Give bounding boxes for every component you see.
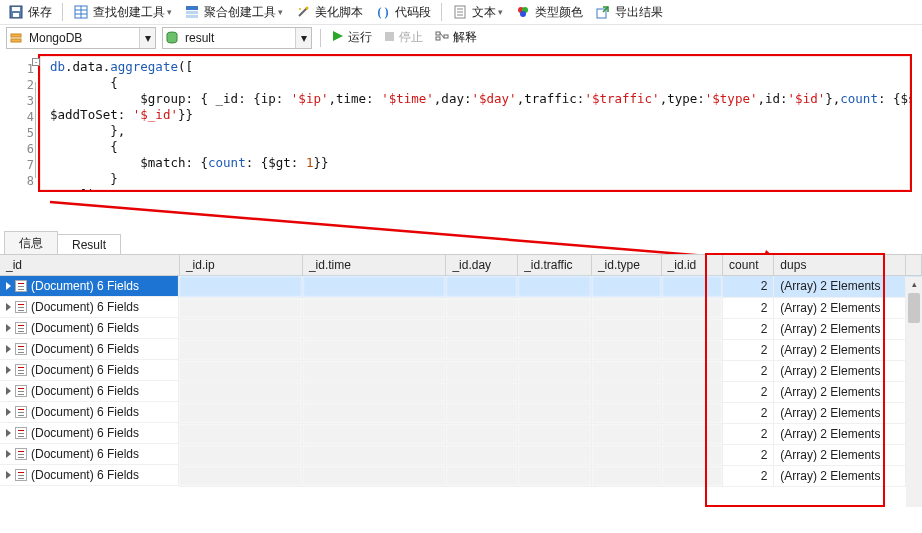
beautify-button[interactable]: 美化脚本 (291, 3, 367, 22)
blurred-cell (518, 465, 592, 486)
count-cell: 2 (723, 465, 774, 486)
dups-cell: (Array) 2 Elements (774, 444, 905, 465)
dropdown-icon[interactable]: ▾ (295, 28, 311, 48)
col-dups[interactable]: dups (774, 255, 905, 276)
fold-marker[interactable]: - (32, 58, 40, 66)
expand-icon[interactable] (6, 387, 11, 395)
table-row[interactable]: (Document) 6 Fields 2(Array) 2 Elements (0, 318, 922, 339)
explain-label: 解释 (453, 29, 477, 46)
code-editor[interactable]: db.data.aggregate([ { $group: { _id: {ip… (38, 54, 912, 192)
id-cell[interactable]: (Document) 6 Fields (0, 318, 179, 339)
db-combo-label: MongoDB (25, 31, 139, 45)
count-cell: 2 (723, 297, 774, 318)
type-color-button[interactable]: 类型颜色 (511, 3, 587, 22)
count-cell: 2 (723, 423, 774, 444)
separator (320, 29, 321, 47)
tab-result[interactable]: Result (57, 234, 121, 254)
svg-rect-7 (186, 6, 198, 10)
collection-combo[interactable]: result ▾ (162, 27, 312, 49)
table-row[interactable]: (Document) 6 Fields 2(Array) 2 Elements (0, 381, 922, 402)
table-row[interactable]: (Document) 6 Fields 2(Array) 2 Elements (0, 360, 922, 381)
col-id-traffic[interactable]: _id.traffic (518, 255, 592, 276)
col-id-ip[interactable]: _id.ip (179, 255, 302, 276)
id-cell[interactable]: (Document) 6 Fields (0, 444, 179, 465)
export-icon (595, 4, 611, 20)
line-num: 7 (10, 157, 34, 173)
find-create-button[interactable]: 查找创建工具 ▾ (69, 3, 176, 22)
svg-rect-8 (186, 11, 198, 14)
result-table[interactable]: _id _id.ip _id.time _id.day _id.traffic … (0, 255, 922, 487)
table-row[interactable]: (Document) 6 Fields 2(Array) 2 Elements (0, 339, 922, 360)
count-cell: 2 (723, 276, 774, 298)
col-count[interactable]: count (723, 255, 774, 276)
expand-icon[interactable] (6, 324, 11, 332)
dropdown-icon[interactable]: ▾ (139, 28, 155, 48)
col-id-id[interactable]: _id.id (661, 255, 723, 276)
expand-icon[interactable] (6, 345, 11, 353)
export-button[interactable]: 导出结果 (591, 3, 667, 22)
svg-rect-22 (11, 39, 21, 42)
run-button[interactable]: 运行 (329, 29, 375, 46)
result-tabs: 信息 Result (0, 232, 922, 254)
table-row[interactable]: (Document) 6 Fields 2(Array) 2 Elements (0, 465, 922, 486)
id-cell[interactable]: (Document) 6 Fields (0, 297, 179, 318)
svg-line-28 (440, 33, 444, 38)
blurred-cell (661, 465, 723, 486)
table-row[interactable]: (Document) 6 Fields 2(Array) 2 Elements (0, 402, 922, 423)
expand-icon[interactable] (6, 471, 11, 479)
table-row[interactable]: (Document) 6 Fields 2(Array) 2 Elements (0, 276, 922, 298)
explain-button[interactable]: 解释 (432, 29, 480, 46)
scroll-thumb[interactable] (908, 293, 920, 323)
agg-create-button[interactable]: 聚合创建工具 ▾ (180, 3, 287, 22)
line-num: 3 (10, 93, 34, 109)
codeseg-button[interactable]: ( ) 代码段 (371, 3, 435, 22)
blurred-cell (446, 339, 518, 360)
expand-icon[interactable] (6, 450, 11, 458)
col-id-type[interactable]: _id.type (591, 255, 661, 276)
col-id-time[interactable]: _id.time (302, 255, 446, 276)
blurred-cell (446, 402, 518, 423)
col-id[interactable]: _id (0, 255, 179, 276)
id-cell[interactable]: (Document) 6 Fields (0, 276, 179, 297)
document-icon (15, 448, 27, 460)
blurred-cell (591, 444, 661, 465)
id-cell[interactable]: (Document) 6 Fields (0, 360, 179, 381)
expand-icon[interactable] (6, 303, 11, 311)
save-button[interactable]: 保存 (4, 3, 56, 22)
blurred-cell (591, 297, 661, 318)
expand-icon[interactable] (6, 282, 11, 290)
scroll-up-icon[interactable]: ▴ (912, 277, 917, 291)
vertical-scrollbar[interactable]: ▴ (906, 277, 922, 507)
table-row[interactable]: (Document) 6 Fields 2(Array) 2 Elements (0, 444, 922, 465)
blurred-cell (302, 276, 446, 298)
tab-info[interactable]: 信息 (4, 231, 58, 254)
id-cell[interactable]: (Document) 6 Fields (0, 381, 179, 402)
id-cell[interactable]: (Document) 6 Fields (0, 423, 179, 444)
blurred-cell (179, 339, 302, 360)
text-button[interactable]: 文本 ▾ (448, 3, 507, 22)
id-cell[interactable]: (Document) 6 Fields (0, 339, 179, 360)
db-combo[interactable]: MongoDB ▾ (6, 27, 156, 49)
table-row[interactable]: (Document) 6 Fields 2(Array) 2 Elements (0, 423, 922, 444)
id-cell[interactable]: (Document) 6 Fields (0, 402, 179, 423)
result-grid: _id _id.ip _id.time _id.day _id.traffic … (0, 254, 922, 487)
svg-rect-27 (436, 37, 440, 40)
blurred-cell (518, 360, 592, 381)
col-id-day[interactable]: _id.day (446, 255, 518, 276)
blurred-cell (661, 402, 723, 423)
document-icon (15, 364, 27, 376)
blurred-cell (302, 423, 446, 444)
expand-icon[interactable] (6, 366, 11, 374)
id-cell-label: (Document) 6 Fields (31, 405, 139, 419)
document-icon (452, 4, 468, 20)
blurred-cell (518, 297, 592, 318)
dropdown-icon: ▾ (278, 7, 283, 17)
expand-icon[interactable] (6, 408, 11, 416)
id-cell[interactable]: (Document) 6 Fields (0, 465, 179, 486)
document-icon (15, 322, 27, 334)
table-row[interactable]: (Document) 6 Fields 2(Array) 2 Elements (0, 297, 922, 318)
blurred-cell (446, 423, 518, 444)
blurred-cell (591, 360, 661, 381)
expand-icon[interactable] (6, 429, 11, 437)
blurred-cell (446, 381, 518, 402)
